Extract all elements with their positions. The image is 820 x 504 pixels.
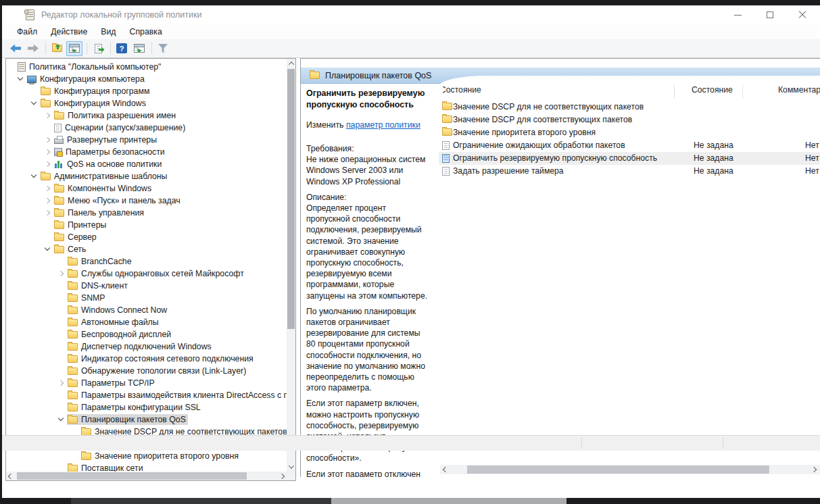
menu-item[interactable]: Справка: [123, 25, 169, 39]
tree-item[interactable]: Windows Connect Now: [6, 304, 287, 316]
scroll-right-button[interactable]: [809, 465, 819, 474]
tree-item[interactable]: Конфигурация компьютера: [6, 73, 287, 85]
forward-button[interactable]: [25, 41, 41, 56]
export-list-button[interactable]: [90, 41, 106, 56]
tree-item[interactable]: DNS-клиент: [6, 280, 287, 292]
scrollbar-thumb[interactable]: [17, 472, 247, 480]
scrollbar-thumb[interactable]: [287, 69, 295, 329]
list-horizontal-scrollbar[interactable]: [440, 465, 820, 474]
folder-icon: [68, 282, 78, 290]
tree-item[interactable]: Сценарии (запуск/завершение): [6, 122, 287, 134]
tree-item[interactable]: QoS на основе политики: [6, 158, 287, 170]
tree-item[interactable]: Автономные файлы: [6, 316, 287, 328]
tree-item[interactable]: Службы одноранговых сетей Майкрософт: [6, 268, 287, 280]
expander-collapsed-icon[interactable]: [56, 268, 67, 280]
policy-setting-link[interactable]: параметр политики: [346, 120, 420, 130]
tree-item-content: DNS-клиент: [67, 280, 130, 291]
expander-collapsed-icon[interactable]: [43, 207, 53, 219]
tree-item[interactable]: Параметры TCP/IP: [6, 377, 287, 389]
scrollbar-thumb[interactable]: [467, 465, 769, 474]
tree-item[interactable]: Параметры безопасности: [6, 146, 287, 158]
expander-collapsed-icon[interactable]: [43, 182, 53, 195]
tree-item[interactable]: Принтеры: [6, 219, 287, 231]
tree-item-label: Параметры TCP/IP: [81, 378, 155, 388]
expander-collapsed-icon[interactable]: [43, 158, 53, 170]
scroll-up-button[interactable]: [287, 59, 295, 68]
tree-item-content: Конфигурация компьютера: [26, 74, 147, 84]
tree-item[interactable]: Политика "Локальный компьютер": [6, 61, 287, 73]
tree-item[interactable]: SNMP: [6, 292, 287, 304]
tree-item[interactable]: Сеть: [6, 243, 287, 255]
column-header-name[interactable]: Состояние: [440, 85, 481, 95]
scroll-left-button[interactable]: [6, 472, 16, 480]
tree-item[interactable]: Диспетчер подключений Windows: [6, 341, 287, 353]
folder-icon: [54, 209, 64, 217]
tree-horizontal-scrollbar[interactable]: [6, 472, 287, 480]
expander-expanded-icon[interactable]: [43, 243, 53, 255]
settings-list-row[interactable]: Ограничить резервируемую пропускную спос…: [439, 152, 820, 165]
scroll-right-button[interactable]: [277, 472, 287, 480]
expander-expanded-icon[interactable]: [29, 97, 40, 109]
tree-item[interactable]: BranchCache: [6, 255, 287, 268]
filter-button[interactable]: [155, 41, 171, 56]
settings-list-row[interactable]: Задать разрешение таймераНе заданаНет: [439, 165, 820, 178]
settings-list-row[interactable]: Значение DSCP для не соответствующих пак…: [439, 101, 820, 114]
tree-item[interactable]: Панель управления: [6, 207, 287, 219]
expander-collapsed-icon[interactable]: [43, 134, 53, 146]
tree-item[interactable]: Значение приоритета второго уровня: [6, 450, 287, 462]
folder-icon: [81, 428, 91, 436]
back-button[interactable]: [7, 41, 24, 56]
settings-list-row[interactable]: Значение DSCP для соответствующих пакето…: [439, 114, 820, 126]
tree-item[interactable]: Параметры конфигурации SSL: [6, 401, 287, 413]
tree-item-label: Сценарии (запуск/завершение): [65, 123, 185, 132]
tree-item[interactable]: Конфигурация Windows: [6, 97, 287, 109]
tree-item[interactable]: Конфигурация программ: [6, 85, 287, 97]
tree-item[interactable]: Планировщик пакетов QoS: [6, 413, 287, 426]
expander-collapsed-icon[interactable]: [43, 146, 53, 158]
tree-item[interactable]: Сервер: [6, 231, 287, 243]
tree-item[interactable]: Беспроводной дисплей: [6, 328, 287, 341]
maximize-button[interactable]: [754, 5, 786, 24]
expander-collapsed-icon[interactable]: [43, 195, 53, 207]
tree-item[interactable]: Политика разрешения имен: [6, 109, 287, 122]
settings-list: Состояние Состояние Комментарий Значение…: [439, 76, 820, 477]
tree-item[interactable]: Меню «Пуск» и панель задач: [6, 195, 287, 207]
menu-item[interactable]: Файл: [10, 25, 44, 39]
minimize-button[interactable]: [722, 5, 753, 24]
tree-item[interactable]: Поставщик сети: [6, 462, 287, 472]
gpedit-window: Редактор локальной групповой политики Фа…: [2, 5, 820, 498]
up-one-level-button[interactable]: [49, 41, 65, 56]
console-tree-toggle-button[interactable]: [66, 41, 82, 56]
tree-item-label: Параметры конфигурации SSL: [81, 403, 201, 412]
action-pane-toggle-button[interactable]: [131, 41, 147, 56]
scroll-down-button[interactable]: [287, 462, 295, 472]
minimize-icon: [734, 15, 742, 16]
tree-item[interactable]: Индикатор состояния сетевого подключения: [6, 353, 287, 365]
help-button[interactable]: [114, 41, 130, 56]
column-header-state[interactable]: Состояние: [692, 85, 733, 95]
expander-collapsed-icon[interactable]: [43, 109, 53, 122]
scroll-left-button[interactable]: [440, 465, 450, 474]
forward-icon: [28, 45, 39, 53]
column-separator[interactable]: [742, 85, 743, 99]
close-button[interactable]: [787, 5, 818, 24]
tree-item[interactable]: Административные шаблоны: [6, 170, 287, 182]
expander-expanded-icon[interactable]: [56, 413, 67, 426]
tree-item[interactable]: Обнаружение топологии связи (Link-Layer): [6, 365, 287, 377]
folder-icon: [54, 222, 64, 229]
expander-spacer: [29, 85, 40, 97]
settings-list-row[interactable]: Ограничение ожидающих обработки пакетовН…: [439, 139, 820, 152]
tree-item[interactable]: Компоненты Windows: [6, 182, 287, 195]
tree-item[interactable]: Параметры взаимодействия клиента DirectA…: [6, 389, 287, 401]
menu-item[interactable]: Действие: [44, 25, 94, 39]
tree-item[interactable]: Развернутые принтеры: [6, 134, 287, 146]
menu-item[interactable]: Вид: [94, 25, 122, 39]
expander-collapsed-icon[interactable]: [56, 377, 67, 389]
expander-expanded-icon[interactable]: [29, 170, 40, 182]
tree-vertical-scrollbar[interactable]: [287, 59, 295, 472]
tree-item-content: SNMP: [67, 293, 107, 303]
expander-expanded-icon[interactable]: [16, 73, 26, 85]
column-header-comment[interactable]: Комментарий: [778, 85, 820, 95]
settings-list-row[interactable]: Значение приоритета второго уровня: [439, 126, 820, 139]
column-separator[interactable]: [674, 85, 675, 99]
